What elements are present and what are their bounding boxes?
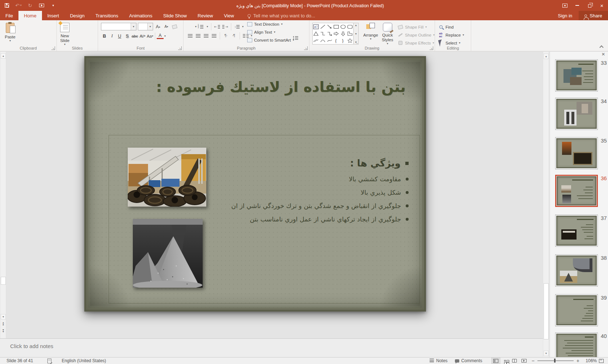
character-spacing-button[interactable]: AV▾ — [139, 33, 146, 40]
slide-indicator[interactable]: Slide 36 of 41 — [7, 358, 33, 363]
clear-formatting-button[interactable] — [171, 23, 178, 30]
scroll-up-icon[interactable]: ▲ — [1, 53, 6, 59]
align-left-icon[interactable] — [187, 33, 193, 39]
right-arrow-shape-icon[interactable] — [333, 31, 339, 36]
grow-font-button[interactable]: A▴ — [155, 23, 161, 30]
scrollbar-thumb[interactable] — [1, 277, 6, 285]
font-name-dropdown-icon[interactable]: ▾ — [131, 23, 136, 30]
justify-icon[interactable] — [211, 33, 217, 39]
rtl-direction-icon[interactable]: ‹¶ — [231, 33, 237, 39]
scroll-down-icon[interactable]: ▼ — [1, 314, 6, 319]
tire-recycling-photo[interactable] — [128, 148, 206, 207]
zoom-in-icon[interactable]: + — [577, 358, 579, 364]
shapes-gallery-scrollbar[interactable]: ▲ ▼ ▼̲ — [354, 23, 359, 45]
tab-slideshow[interactable]: Slide Show — [158, 11, 192, 20]
fit-slide-to-window-icon[interactable] — [599, 359, 604, 363]
triangle-shape-icon[interactable] — [313, 31, 319, 36]
tab-transitions[interactable]: Transitions — [90, 11, 124, 20]
elbow-connector-icon[interactable] — [320, 31, 326, 36]
oval-shape-icon[interactable] — [340, 24, 346, 29]
zoom-percentage[interactable]: 106% — [582, 358, 597, 363]
font-size-combo[interactable]: ▾ — [138, 23, 153, 30]
font-color-dropdown-icon[interactable]: ▾ — [164, 35, 166, 38]
previous-slide-icon[interactable]: ▲▲ — [1, 322, 5, 327]
select-button[interactable]: Select▾ — [438, 39, 464, 46]
spell-check-icon[interactable] — [47, 359, 51, 363]
right-brace-shape-icon[interactable]: } — [340, 38, 346, 43]
next-slide-icon[interactable]: ▼▼ — [1, 329, 5, 334]
font-color-button[interactable]: A — [157, 33, 164, 39]
slide-thumbnail-37[interactable] — [555, 215, 598, 247]
slide-thumbnail-36-selected[interactable] — [555, 175, 598, 207]
share-button[interactable]: Share — [579, 11, 608, 20]
new-slide-button[interactable]: New Slide ▾ — [57, 21, 73, 48]
quick-styles-button[interactable]: Quick Styles ▾ — [379, 21, 396, 48]
restore-button[interactable] — [583, 0, 596, 11]
shape-outline-button[interactable]: Shape Outline▾ — [397, 31, 435, 38]
arrow-shape-icon[interactable] — [327, 24, 333, 29]
font-dialog-launcher-icon[interactable] — [178, 46, 182, 50]
ltr-direction-icon[interactable]: ¶› — [223, 33, 229, 39]
font-name-combo[interactable]: ▾ — [101, 23, 136, 30]
tab-view[interactable]: View — [219, 11, 240, 20]
textbox-shape-icon[interactable]: A — [313, 24, 319, 29]
line-spacing-icon[interactable]: ↕ — [234, 24, 240, 30]
thumbnail-scroll-down-icon[interactable]: ▼ — [544, 351, 549, 356]
slide-thumbnail-33[interactable] — [555, 59, 598, 92]
numbering-icon[interactable] — [199, 24, 204, 30]
bullets-icon[interactable] — [187, 24, 193, 30]
decrease-indent-icon[interactable]: ⇤ — [214, 24, 220, 30]
thumbnail-scrollbar-thumb[interactable] — [544, 283, 549, 339]
elbow-arrow-connector-icon[interactable] — [327, 31, 333, 36]
bold-button[interactable]: B — [101, 33, 108, 40]
clipboard-dialog-launcher-icon[interactable] — [51, 46, 55, 50]
line-spacing-dropdown-icon[interactable]: ▾ — [242, 25, 244, 28]
numbering-dropdown-icon[interactable]: ▾ — [207, 25, 208, 28]
line-shape-icon[interactable] — [320, 24, 326, 29]
bullet-row[interactable]: جلوگيري از ايجاد تركهاي ناشي از عمل اوري… — [231, 212, 409, 226]
curve-shape-icon[interactable] — [327, 38, 333, 43]
convert-smartart-button[interactable]: Convert to SmartArt▾ — [247, 37, 294, 43]
text-direction-button[interactable]: Text Direction▾ — [247, 21, 294, 27]
paste-button[interactable]: Paste ▾ — [1, 21, 19, 48]
slide-sorter-view-button[interactable] — [501, 357, 510, 364]
find-button[interactable]: Find — [438, 24, 464, 30]
notes-pane[interactable]: Click to add notes — [0, 338, 543, 357]
reading-view-button[interactable] — [510, 357, 519, 364]
slideshow-view-button[interactable] — [519, 357, 529, 364]
shapes-gallery[interactable]: A { } — [312, 23, 354, 45]
start-slideshow-icon[interactable] — [38, 2, 45, 9]
undo-icon[interactable]: ↶▾ — [15, 2, 22, 9]
gallery-down-icon[interactable]: ▼ — [355, 33, 357, 35]
left-brace-shape-icon[interactable]: { — [333, 38, 339, 43]
underline-button[interactable]: U — [116, 33, 123, 40]
slide-thumbnail-35[interactable] — [555, 137, 598, 169]
arrange-button[interactable]: Arrange ▾ — [362, 21, 379, 48]
comments-toggle-button[interactable]: Comments — [451, 357, 486, 364]
close-thumbnails-icon[interactable]: ✕ — [601, 52, 605, 57]
tell-me-box[interactable]: Tell me what you want to do... — [248, 11, 315, 20]
bullet-row[interactable]: جلوگيري از انقباض و جمع شدگي بتن و ترك خ… — [231, 199, 409, 212]
zoom-slider-thumb[interactable] — [554, 359, 556, 363]
tab-file[interactable]: File — [0, 11, 18, 20]
slide-vertical-scrollbar[interactable]: ▲ ▼ ▲▲ ▼▼ — [0, 52, 6, 338]
tab-home[interactable]: Home — [18, 11, 42, 20]
gallery-more-icon[interactable]: ▼̲ — [355, 41, 357, 43]
font-size-dropdown-icon[interactable]: ▾ — [147, 23, 153, 30]
normal-view-button[interactable] — [491, 357, 501, 364]
change-case-button[interactable]: Aa▾ — [147, 33, 153, 40]
zoom-slider[interactable] — [537, 360, 574, 361]
rubber-powder-photo[interactable] — [133, 219, 203, 288]
down-arrow-shape-icon[interactable] — [340, 31, 346, 36]
align-right-icon[interactable] — [203, 33, 209, 39]
strikethrough-button[interactable]: abc — [131, 33, 138, 40]
slide-36[interactable]: بتن با استفاده از لاستيك فرسوده : ويژگي … — [84, 56, 426, 312]
paragraph-dialog-launcher-icon[interactable] — [304, 46, 308, 50]
scribble-shape-icon[interactable] — [313, 38, 319, 43]
close-button[interactable]: × — [596, 0, 608, 11]
slide-thumbnail-34[interactable] — [555, 98, 598, 130]
gallery-up-icon[interactable]: ▲ — [355, 24, 357, 26]
align-text-button[interactable]: Align Text▾ — [247, 29, 294, 35]
notes-toggle-button[interactable]: Notes — [426, 357, 451, 364]
tab-insert[interactable]: Insert — [42, 11, 65, 20]
